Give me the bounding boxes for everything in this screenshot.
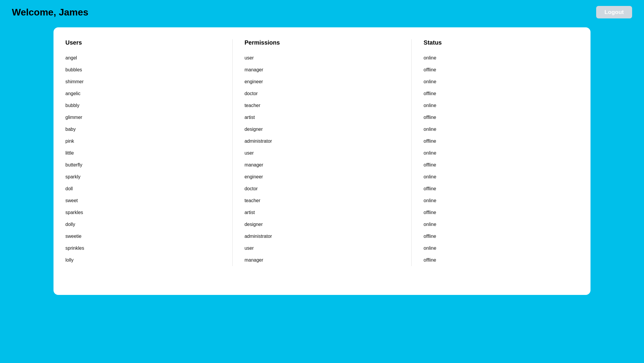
permissions-item-11: doctor (245, 183, 400, 195)
status-item-13: offline (423, 207, 579, 219)
status-item-6: online (423, 123, 579, 135)
status-item-8: online (423, 147, 579, 159)
column-header-permissions: Permissions (245, 39, 400, 46)
users-item-11: doll (65, 183, 221, 195)
users-item-5: glimmer (65, 111, 221, 123)
permissions-item-17: manager (245, 254, 400, 266)
permissions-item-3: doctor (245, 88, 400, 100)
status-item-17: offline (423, 254, 579, 266)
permissions-item-15: administrator (245, 230, 400, 242)
users-item-15: sweetie (65, 230, 221, 242)
logout-button[interactable]: Logout (596, 6, 632, 18)
column-status: Statusonlineofflineonlineofflineonlineof… (411, 39, 591, 266)
users-item-2: shimmer (65, 76, 221, 88)
status-item-10: online (423, 171, 579, 183)
permissions-item-4: teacher (245, 100, 400, 111)
permissions-item-7: administrator (245, 135, 400, 147)
permissions-item-2: engineer (245, 76, 400, 88)
permissions-item-5: artist (245, 111, 400, 123)
users-item-17: lolly (65, 254, 221, 266)
permissions-item-12: teacher (245, 195, 400, 207)
data-table: Usersangelbubblesshimmerangelicbubblygli… (53, 39, 591, 266)
column-permissions: Permissionsusermanagerengineerdoctorteac… (232, 39, 412, 266)
status-item-15: offline (423, 230, 579, 242)
status-item-3: offline (423, 88, 579, 100)
users-item-14: dolly (65, 219, 221, 230)
users-item-9: butterfly (65, 159, 221, 171)
status-item-11: offline (423, 183, 579, 195)
users-item-10: sparkly (65, 171, 221, 183)
status-item-16: online (423, 242, 579, 254)
status-item-9: offline (423, 159, 579, 171)
permissions-item-10: engineer (245, 171, 400, 183)
main-container: Usersangelbubblesshimmerangelicbubblygli… (53, 27, 591, 295)
status-item-4: online (423, 100, 579, 111)
status-item-1: offline (423, 64, 579, 76)
users-item-8: little (65, 147, 221, 159)
users-item-16: sprinkles (65, 242, 221, 254)
users-item-3: angelic (65, 88, 221, 100)
status-item-5: offline (423, 111, 579, 123)
status-item-7: offline (423, 135, 579, 147)
page-header: Welcome, James Logout (0, 0, 644, 24)
column-header-users: Users (65, 39, 221, 46)
status-item-14: online (423, 219, 579, 230)
permissions-item-8: user (245, 147, 400, 159)
users-item-7: pink (65, 135, 221, 147)
permissions-item-14: designer (245, 219, 400, 230)
users-item-1: bubbles (65, 64, 221, 76)
permissions-item-13: artist (245, 207, 400, 219)
status-item-12: online (423, 195, 579, 207)
users-item-4: bubbly (65, 100, 221, 111)
permissions-item-6: designer (245, 123, 400, 135)
permissions-item-9: manager (245, 159, 400, 171)
status-item-2: online (423, 76, 579, 88)
permissions-item-0: user (245, 52, 400, 64)
permissions-item-1: manager (245, 64, 400, 76)
users-item-12: sweet (65, 195, 221, 207)
welcome-title: Welcome, James (12, 7, 88, 18)
users-item-13: sparkles (65, 207, 221, 219)
users-item-0: angel (65, 52, 221, 64)
users-item-6: baby (65, 123, 221, 135)
column-users: Usersangelbubblesshimmerangelicbubblygli… (53, 39, 232, 266)
status-item-0: online (423, 52, 579, 64)
column-header-status: Status (423, 39, 579, 46)
permissions-item-16: user (245, 242, 400, 254)
